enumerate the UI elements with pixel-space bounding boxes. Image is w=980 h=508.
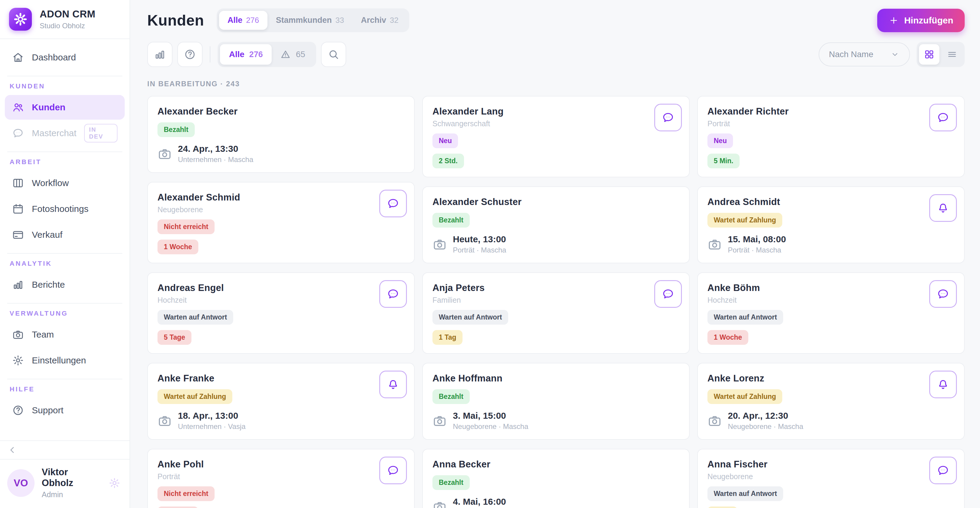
chat-button[interactable] bbox=[379, 190, 407, 217]
stats-button[interactable] bbox=[147, 42, 172, 67]
list-view-button[interactable] bbox=[942, 44, 962, 65]
chat-button[interactable] bbox=[654, 104, 682, 131]
chevron-down-icon bbox=[890, 49, 900, 59]
chevron-left-icon bbox=[7, 445, 18, 455]
customer-card[interactable]: Andrea SchmidtWartet auf Zahlung15. Mai,… bbox=[697, 186, 965, 263]
customer-card[interactable]: Anke BöhmHochzeitWarten auf Antwort1 Woc… bbox=[697, 272, 965, 354]
camera-icon bbox=[158, 147, 172, 161]
tab-stammkunden[interactable]: Stammkunden33 bbox=[267, 11, 353, 30]
time-badge: 5 Tage bbox=[158, 330, 191, 345]
customer-card[interactable]: Anja PetersFamilienWarten auf Antwort1 T… bbox=[422, 272, 690, 354]
sidebar-section-label: VERWALTUNG bbox=[10, 310, 120, 317]
reminder-bell-button[interactable] bbox=[379, 371, 407, 398]
search-button[interactable] bbox=[321, 42, 346, 67]
customer-category: Neugeborene bbox=[158, 205, 404, 214]
status-badge: Warten auf Antwort bbox=[158, 310, 233, 325]
status-badge: Wartet auf Zahlung bbox=[158, 389, 232, 404]
grid-view-button[interactable] bbox=[919, 44, 939, 65]
customer-card[interactable]: Anna BeckerBezahlt4. Mai, 16:00Unternehm… bbox=[422, 449, 690, 508]
shoot-meta: Porträt · Mascha bbox=[453, 246, 506, 254]
question-icon bbox=[184, 48, 196, 61]
sidebar-item-masterchat[interactable]: MasterchatIN DEV bbox=[5, 121, 125, 145]
customer-category: Porträt bbox=[708, 119, 955, 128]
time-badge: 1 Tag bbox=[433, 330, 463, 345]
sidebar-item-label: Einstellungen bbox=[32, 355, 86, 366]
sidebar-collapse-button[interactable] bbox=[0, 440, 129, 459]
status-badge: Bezahlt bbox=[433, 389, 470, 404]
customer-card[interactable]: Alexander SchmidNeugeboreneNicht erreich… bbox=[147, 182, 415, 263]
camera-icon bbox=[433, 500, 447, 508]
user-role: Admin bbox=[42, 490, 101, 499]
view-toggle bbox=[916, 42, 965, 67]
sidebar-item-workflow[interactable]: Workflow bbox=[5, 171, 125, 195]
customer-name: Alexander Schmid bbox=[158, 190, 404, 203]
reminder-bell-button[interactable] bbox=[929, 194, 957, 222]
customer-card[interactable]: Anke FrankeWartet auf Zahlung18. Apr., 1… bbox=[147, 363, 415, 440]
customer-card[interactable]: Andreas EngelHochzeitWarten auf Antwort5… bbox=[147, 272, 415, 354]
app-logo: ADON CRM Studio Obholz bbox=[0, 0, 129, 39]
shoot-date: Heute, 13:00 bbox=[453, 234, 506, 244]
credit-card-icon bbox=[12, 229, 24, 241]
shoot-info: 18. Apr., 13:00Unternehmen · Vasja bbox=[158, 411, 404, 431]
shoot-date: 4. Mai, 16:00 bbox=[453, 497, 528, 507]
sidebar-item-label: Berichte bbox=[32, 280, 65, 290]
shoot-info: Heute, 13:00Porträt · Mascha bbox=[433, 234, 679, 254]
customer-name: Anke Franke bbox=[158, 371, 404, 384]
customer-card[interactable]: Anke PohlPorträtNicht erreicht1 Woche bbox=[147, 449, 415, 508]
shoot-info: 4. Mai, 16:00Unternehmen · Mascha bbox=[433, 497, 679, 508]
customer-card[interactable]: Alexander RichterPorträtNeu5 Min. bbox=[697, 96, 965, 177]
filter-all-pill[interactable]: Alle 276 bbox=[220, 44, 272, 65]
user-name: Viktor Obholz bbox=[42, 467, 101, 489]
customer-card[interactable]: Anke HoffmannBezahlt3. Mai, 15:00Neugebo… bbox=[422, 363, 690, 440]
shoot-meta: Unternehmen · Vasja bbox=[178, 422, 245, 431]
tab-alle[interactable]: Alle276 bbox=[219, 11, 267, 30]
customer-card[interactable]: Anna FischerNeugeboreneWarten auf Antwor… bbox=[697, 449, 965, 508]
user-settings-button[interactable] bbox=[108, 477, 121, 489]
filter-all-label: Alle bbox=[229, 49, 244, 59]
search-icon bbox=[328, 48, 340, 61]
sidebar-item-fotoshootings[interactable]: Fotoshootings bbox=[5, 197, 125, 221]
customer-card[interactable]: Alexander BeckerBezahlt24. Apr., 13:30Un… bbox=[147, 96, 415, 173]
sidebar-item-einstellungen[interactable]: Einstellungen bbox=[5, 348, 125, 373]
customer-category: Hochzeit bbox=[708, 296, 955, 304]
user-card[interactable]: VO Viktor Obholz Admin bbox=[0, 459, 129, 508]
chat-icon bbox=[937, 111, 949, 124]
sidebar-item-support[interactable]: Support bbox=[5, 398, 125, 423]
customer-grid: Alexander BeckerBezahlt24. Apr., 13:30Un… bbox=[147, 96, 965, 508]
chat-button[interactable] bbox=[379, 280, 407, 308]
chat-button[interactable] bbox=[654, 280, 682, 308]
customer-name: Andrea Schmidt bbox=[708, 194, 955, 207]
customer-card[interactable]: Anke LorenzWartet auf Zahlung20. Apr., 1… bbox=[697, 363, 965, 440]
customer-name: Alexander Becker bbox=[158, 104, 404, 117]
customer-category: Familien bbox=[433, 296, 679, 304]
tab-archiv[interactable]: Archiv32 bbox=[353, 11, 407, 30]
chat-button[interactable] bbox=[379, 457, 407, 484]
chat-icon bbox=[387, 288, 399, 300]
sidebar-item-kunden[interactable]: Kunden bbox=[5, 95, 125, 119]
sort-dropdown[interactable]: Nach Name bbox=[819, 42, 910, 67]
reminder-bell-button[interactable] bbox=[929, 371, 957, 398]
calendar-icon bbox=[12, 203, 24, 215]
customer-card[interactable]: Alexander SchusterBezahltHeute, 13:00Por… bbox=[422, 186, 690, 263]
sidebar-item-dashboard[interactable]: Dashboard bbox=[5, 45, 125, 70]
sidebar-section-label: ARBEIT bbox=[10, 158, 120, 166]
sidebar-item-berichte[interactable]: Berichte bbox=[5, 272, 125, 297]
card-column: Alexander BeckerBezahlt24. Apr., 13:30Un… bbox=[147, 96, 415, 508]
customer-category: Hochzeit bbox=[158, 296, 404, 304]
shoot-meta: Porträt · Mascha bbox=[728, 246, 786, 254]
grid-icon bbox=[924, 49, 935, 60]
chat-button[interactable] bbox=[929, 457, 957, 484]
help-button[interactable] bbox=[177, 42, 202, 67]
sidebar-item-verkauf[interactable]: Verkauf bbox=[5, 223, 125, 247]
shoot-meta: Unternehmen · Mascha bbox=[178, 155, 253, 164]
toolbar: Alle 276 65 Nach Name bbox=[147, 42, 965, 67]
filter-warning-pill[interactable]: 65 bbox=[272, 49, 313, 60]
app-subtitle: Studio Obholz bbox=[40, 22, 95, 30]
chat-button[interactable] bbox=[929, 280, 957, 308]
chat-icon bbox=[662, 111, 675, 124]
chat-button[interactable] bbox=[929, 104, 957, 131]
add-customer-button[interactable]: Hinzufügen bbox=[877, 9, 965, 32]
customer-name: Anja Peters bbox=[433, 280, 679, 293]
sidebar-item-team[interactable]: Team bbox=[5, 322, 125, 347]
customer-card[interactable]: Alexander LangSchwangerschaftNeu2 Std. bbox=[422, 96, 690, 177]
